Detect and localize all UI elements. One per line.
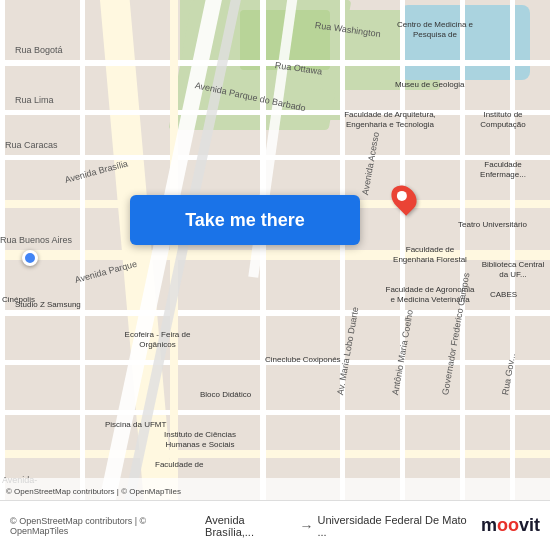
destination-marker xyxy=(393,184,415,212)
route-info: Avenida Brasília,... → Universidade Fede… xyxy=(205,514,540,538)
origin-marker xyxy=(22,250,38,266)
road-v6 xyxy=(400,0,405,500)
route-from-label: Avenida Brasília,... xyxy=(205,514,295,538)
bottom-bar: © OpenStreetMap contributors | © OpenMap… xyxy=(0,500,550,550)
moovit-logo: moovit xyxy=(481,515,540,536)
road-v8 xyxy=(510,0,515,500)
road-v1 xyxy=(0,0,5,500)
osm-attribution: © OpenStreetMap contributors | © OpenMap… xyxy=(6,487,181,496)
attribution-bar: © OpenStreetMap contributors | © OpenMap… xyxy=(0,478,550,500)
route-arrow: → xyxy=(299,518,313,534)
road-v7 xyxy=(460,0,465,500)
road-v2 xyxy=(80,0,85,500)
bottom-left-section: © OpenStreetMap contributors | © OpenMap… xyxy=(10,516,205,536)
take-me-there-button[interactable]: Take me there xyxy=(130,195,360,245)
map: Rua Bogotá Rua Lima Rua Caracas Rua Buen… xyxy=(0,0,550,500)
route-to-label: Universidade Federal De Mato ... xyxy=(317,514,476,538)
map-attribution: © OpenStreetMap contributors | © OpenMap… xyxy=(10,516,205,536)
road-v5 xyxy=(340,0,345,500)
